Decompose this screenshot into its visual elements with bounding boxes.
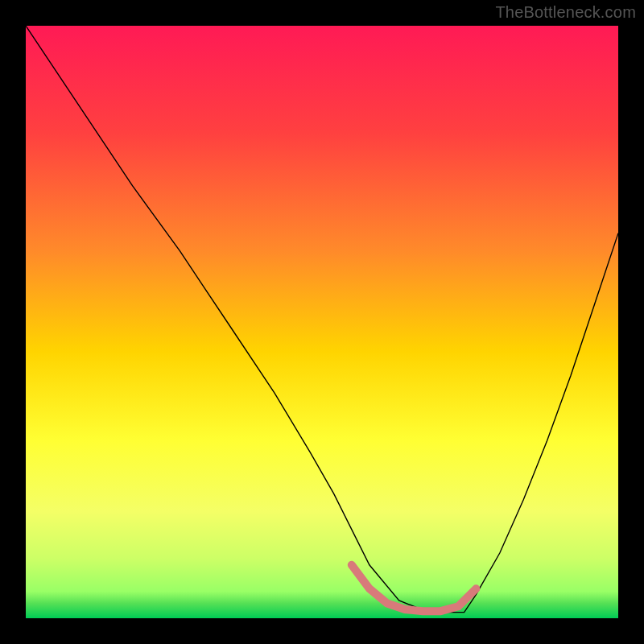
chart-svg — [0, 0, 644, 644]
plot-gradient-background — [26, 26, 618, 618]
watermark-text: TheBottleneck.com — [495, 3, 636, 22]
chart-container: TheBottleneck.com — [0, 0, 644, 644]
